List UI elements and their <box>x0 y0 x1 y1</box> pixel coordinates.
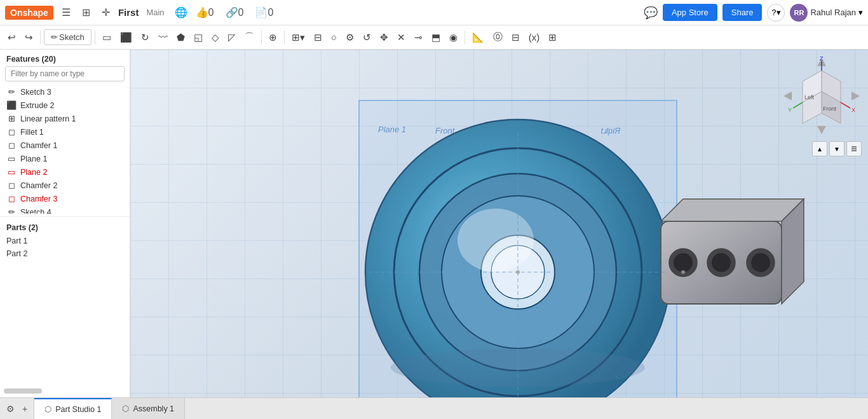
variable-btn[interactable]: ⓪ <box>489 29 506 46</box>
boolean-btn[interactable]: ⊕ <box>265 29 281 46</box>
globe-icon[interactable]: 🌐 <box>175 6 187 18</box>
svg-point-10 <box>674 253 693 272</box>
tab-assembly1[interactable]: ⬡Assembly 1 <box>112 398 185 419</box>
section-btn[interactable]: ⊟ <box>508 29 524 46</box>
sidebar-item-part1[interactable]: Part 1 <box>0 235 130 247</box>
measure-btn[interactable]: 📐 <box>468 29 488 46</box>
extrude-btn[interactable]: ⬛ <box>116 29 136 46</box>
links-count: 0 <box>238 7 244 18</box>
feature-icon-chamfer1: ◻ <box>6 141 17 150</box>
cube-down-btn[interactable]: ▼ <box>829 141 844 156</box>
svg-point-19 <box>681 270 685 274</box>
wrap-btn[interactable]: ↺ <box>359 29 375 46</box>
feature-icon-sketch3: ✏ <box>6 87 17 97</box>
hole-btn[interactable]: ○ <box>327 29 341 45</box>
sweep-btn[interactable]: 〰 <box>154 29 172 45</box>
comment-btn[interactable]: (x) <box>525 29 544 45</box>
sidebar-item-chamfer2[interactable]: ◻Chamfer 2 <box>0 179 130 192</box>
feature-label-linearpattern1: Linear pattern 1 <box>20 114 76 123</box>
thread-btn[interactable]: ⚙ <box>342 29 358 46</box>
feature-filter-input[interactable] <box>5 66 125 81</box>
add-button[interactable]: ✛ <box>98 4 113 20</box>
feature-icon-plane2: ▭ <box>6 167 17 177</box>
avatar: RR <box>790 4 808 22</box>
sidebar-item-chamfer3[interactable]: ◻Chamfer 3 <box>0 192 130 205</box>
thicken-icon: ⬒ <box>431 32 440 43</box>
sidebar-item-sketch3[interactable]: ✏Sketch 3 <box>0 85 130 99</box>
onshape-logo[interactable]: Onshape <box>5 6 53 20</box>
help-button[interactable]: ?▾ <box>767 4 785 22</box>
sidebar-item-plane2[interactable]: ▭Plane 2 <box>0 165 130 179</box>
links-btn[interactable]: 🔗 0 <box>222 4 247 20</box>
loft-btn[interactable]: ⬟ <box>173 29 189 46</box>
sidebar-item-sketch4[interactable]: ✏Sketch 4 <box>0 205 130 214</box>
add-feature-btn[interactable]: ⊞ <box>545 29 560 46</box>
split-btn[interactable]: ⊸ <box>410 29 426 46</box>
offset-btn[interactable]: ◉ <box>445 29 461 46</box>
parts-list: Part 1Part 2 <box>0 235 130 260</box>
sketch-label: Sketch <box>59 32 85 42</box>
likes-btn[interactable]: 👍 0 <box>193 4 217 20</box>
pattern-btn[interactable]: ⊞▾ <box>288 29 309 46</box>
thicken-btn[interactable]: ⬒ <box>428 29 444 46</box>
plane-btn[interactable]: ▭ <box>98 29 115 46</box>
sidebar-item-plane1[interactable]: ▭Plane 1 <box>0 152 130 165</box>
cube-menu-btn[interactable] <box>846 141 862 156</box>
fillet-btn[interactable]: ⌒ <box>241 29 258 46</box>
sidebar-item-chamfer1[interactable]: ◻Chamfer 1 <box>0 139 130 152</box>
share-button[interactable]: Share <box>722 4 763 21</box>
mirror-btn[interactable]: ⊟ <box>310 29 326 46</box>
feature-label-fillet1: Fillet 1 <box>20 128 44 137</box>
svg-point-14 <box>751 253 770 272</box>
sidebar-item-extrude2[interactable]: ⬛Extrude 2 <box>0 99 130 112</box>
svg-text:X: X <box>851 107 855 113</box>
sidebar-item-part2[interactable]: Part 2 <box>0 247 130 260</box>
feature-icon-chamfer2: ◻ <box>6 181 17 190</box>
thread-icon: ⚙ <box>346 32 354 43</box>
tab-label-partstudio1: Part Studio 1 <box>55 405 101 414</box>
shell-btn[interactable]: ◱ <box>190 29 207 46</box>
toolbar-sep-1 <box>40 31 41 45</box>
undo-button[interactable]: ↩ <box>4 29 20 46</box>
top-nav: Onshape ☰ ⊞ ✛ First Main 🌐 👍 0 🔗 0 📄 0 💬… <box>0 0 868 25</box>
views-btn[interactable]: 📄 0 <box>252 4 276 20</box>
tab-list: ⬡Part Studio 1⬡Assembly 1 <box>34 398 185 419</box>
filter-button[interactable]: ⊞ <box>79 4 93 20</box>
tab-add-btn[interactable]: + <box>20 402 30 415</box>
feature-icon-sketch4: ✏ <box>6 207 17 214</box>
scrollbar-thumb[interactable] <box>4 388 42 394</box>
sidebar-item-linearpattern1[interactable]: ⊞Linear pattern 1 <box>0 112 130 125</box>
pattern-icon: ⊞▾ <box>292 32 305 43</box>
move-btn[interactable]: ✥ <box>376 29 392 46</box>
plane-icon: ▭ <box>102 32 111 43</box>
hole-icon: ○ <box>331 32 337 43</box>
measure-icon: 📐 <box>472 32 484 43</box>
viewport[interactable]: Front Plane 1 tɹlpiЯ <box>130 50 868 397</box>
revolve-btn[interactable]: ↻ <box>137 29 153 46</box>
app-store-button[interactable]: App Store <box>663 4 717 21</box>
tab-settings-btn[interactable]: ⚙ <box>4 402 17 415</box>
main-area: Features (20) ✏Sketch 3⬛Extrude 2⊞Linear… <box>0 50 868 397</box>
mirror-icon: ⊟ <box>314 32 322 43</box>
draft-btn[interactable]: ◇ <box>208 29 223 46</box>
redo-button[interactable]: ↪ <box>21 29 37 46</box>
sidebar-item-fillet1[interactable]: ◻Fillet 1 <box>0 125 130 139</box>
menu-button[interactable]: ☰ <box>58 4 74 20</box>
tab-partstudio1[interactable]: ⬡Part Studio 1 <box>34 398 112 419</box>
part-label-part1: Part 1 <box>6 237 27 245</box>
user-avatar-area[interactable]: RR Rahul Rajan ▾ <box>790 4 863 22</box>
wrap-icon: ↺ <box>363 32 371 43</box>
user-name: Rahul Rajan <box>810 8 856 17</box>
svg-line-30 <box>841 102 850 108</box>
chat-button[interactable]: 💬 <box>644 6 658 20</box>
feature-icon-plane1: ▭ <box>6 154 17 163</box>
chamfer-icon: ◸ <box>228 32 236 43</box>
move-icon: ✥ <box>380 32 388 43</box>
svg-text:Left: Left <box>804 94 815 100</box>
cube-up-btn[interactable]: ▲ <box>812 141 827 156</box>
svg-marker-23 <box>851 92 860 100</box>
delete-btn[interactable]: ✕ <box>393 29 409 46</box>
chamfer-btn[interactable]: ◸ <box>224 29 240 46</box>
sweep-icon: 〰 <box>158 32 168 43</box>
sketch-button[interactable]: ✏ Sketch <box>44 29 92 45</box>
